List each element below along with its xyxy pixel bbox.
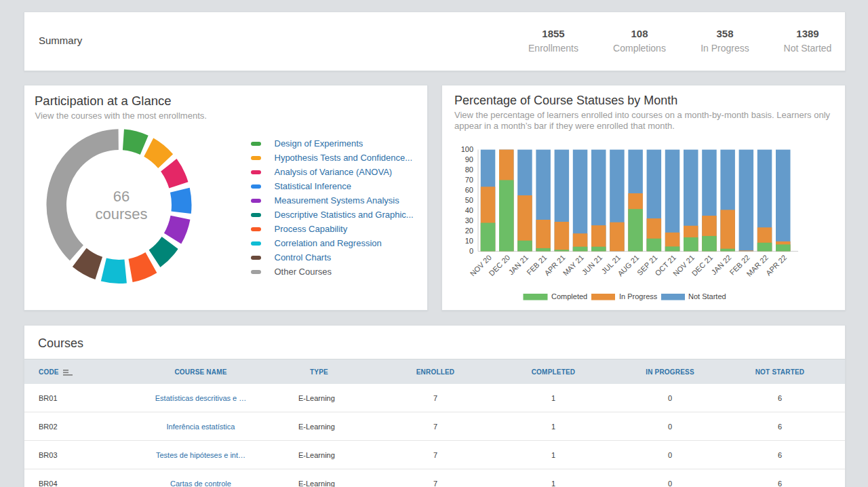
svg-text:30: 30 [465,216,473,225]
svg-text:JUN 21: JUN 21 [580,253,604,276]
svg-text:courses: courses [95,206,147,222]
svg-text:80: 80 [465,165,473,174]
svg-text:100: 100 [461,145,473,153]
svg-text:90: 90 [465,155,473,163]
svg-text:Completed: Completed [551,292,587,300]
svg-text:70: 70 [465,176,473,184]
svg-text:DEC 20: DEC 20 [487,253,511,277]
svg-text:10: 10 [465,237,473,245]
svg-text:MAY 21: MAY 21 [561,253,585,277]
svg-text:0: 0 [469,247,473,255]
svg-text:20: 20 [465,227,473,235]
svg-text:APR 22: APR 22 [764,253,788,277]
svg-text:40: 40 [465,206,473,214]
svg-text:50: 50 [465,196,473,204]
svg-text:In Progress: In Progress [619,292,658,300]
svg-text:66: 66 [113,188,130,205]
svg-text:Not Started: Not Started [688,292,726,300]
svg-text:60: 60 [465,186,473,194]
